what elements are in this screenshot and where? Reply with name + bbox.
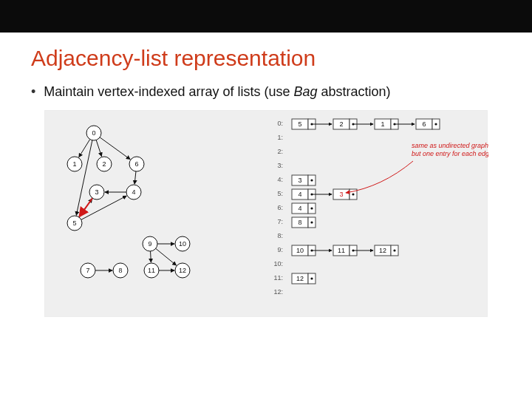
slide-body: Adjacency-list representation • Maintain… xyxy=(0,33,532,317)
svg-point-77 xyxy=(352,193,354,195)
svg-line-6 xyxy=(81,196,126,219)
svg-text:8:: 8: xyxy=(277,232,283,239)
svg-line-2 xyxy=(76,140,92,215)
svg-text:6:: 6: xyxy=(277,204,283,211)
svg-text:10: 10 xyxy=(179,240,186,248)
svg-text:10: 10 xyxy=(296,247,304,254)
svg-text:2:: 2: xyxy=(277,148,283,155)
svg-point-67 xyxy=(310,179,313,181)
svg-point-109 xyxy=(310,277,313,279)
svg-line-13 xyxy=(79,198,92,216)
svg-point-82 xyxy=(310,207,313,209)
svg-text:3:: 3: xyxy=(277,162,283,169)
svg-text:11: 11 xyxy=(148,267,155,274)
svg-text:10:: 10: xyxy=(273,260,283,267)
svg-point-103 xyxy=(393,249,395,251)
svg-text:5: 5 xyxy=(298,120,301,128)
svg-text:12: 12 xyxy=(296,275,304,282)
bullet-text-prefix: Maintain vertex-indexed array of lists (… xyxy=(44,84,293,99)
svg-text:9:: 9: xyxy=(277,246,283,253)
svg-text:4: 4 xyxy=(132,188,135,196)
svg-text:1:: 1: xyxy=(277,134,283,141)
top-bar xyxy=(0,0,532,33)
svg-text:0:: 0: xyxy=(277,120,283,127)
svg-text:8: 8 xyxy=(118,267,122,274)
svg-text:11:: 11: xyxy=(273,274,283,282)
svg-text:7: 7 xyxy=(86,267,89,274)
bullet-line: • Maintain vertex-indexed array of lists… xyxy=(31,84,501,100)
svg-text:12:: 12: xyxy=(273,288,283,296)
svg-text:6: 6 xyxy=(422,120,426,128)
svg-text:11: 11 xyxy=(338,247,345,254)
svg-text:1: 1 xyxy=(381,120,384,128)
svg-text:3: 3 xyxy=(298,177,301,184)
svg-text:1: 1 xyxy=(72,160,76,168)
svg-text:7:: 7: xyxy=(277,218,283,225)
svg-text:4: 4 xyxy=(298,191,301,198)
svg-point-59 xyxy=(434,123,437,125)
svg-text:0: 0 xyxy=(92,129,95,137)
svg-line-11 xyxy=(156,248,177,265)
bullet-text-suffix: abstraction) xyxy=(318,84,391,99)
svg-text:3: 3 xyxy=(95,188,98,196)
svg-line-7 xyxy=(134,171,136,184)
svg-text:3: 3 xyxy=(339,191,343,198)
svg-text:12: 12 xyxy=(379,247,386,254)
svg-text:but one entry for each edge: but one entry for each edge xyxy=(412,150,488,157)
svg-text:8: 8 xyxy=(298,219,301,226)
svg-text:2: 2 xyxy=(102,160,106,168)
svg-text:6: 6 xyxy=(134,160,138,168)
svg-line-10 xyxy=(151,251,151,262)
figure-panel: 0123456789101112 0:52161:2:3:4:35:436:47… xyxy=(44,110,488,317)
svg-line-1 xyxy=(96,140,101,156)
svg-line-3 xyxy=(100,137,130,160)
svg-line-0 xyxy=(79,140,90,157)
svg-point-87 xyxy=(310,221,313,223)
adjacency-area: 0:52161:2:3:4:35:436:47:88:9:10111210:11… xyxy=(267,117,488,310)
svg-text:5:: 5: xyxy=(277,190,283,197)
svg-text:5: 5 xyxy=(72,219,76,227)
svg-text:9: 9 xyxy=(148,240,151,248)
slide-title: Adjacency-list representation xyxy=(31,46,501,71)
svg-text:4:: 4: xyxy=(277,176,283,183)
svg-text:4: 4 xyxy=(298,205,301,212)
svg-text:12: 12 xyxy=(179,267,186,274)
graph-area: 0123456789101112 xyxy=(58,118,250,310)
bullet-bag-word: Bag xyxy=(293,84,317,99)
bullet-dot: • xyxy=(31,84,35,99)
svg-text:2: 2 xyxy=(339,120,343,128)
svg-text:same as undirected graph,: same as undirected graph, xyxy=(412,142,488,149)
